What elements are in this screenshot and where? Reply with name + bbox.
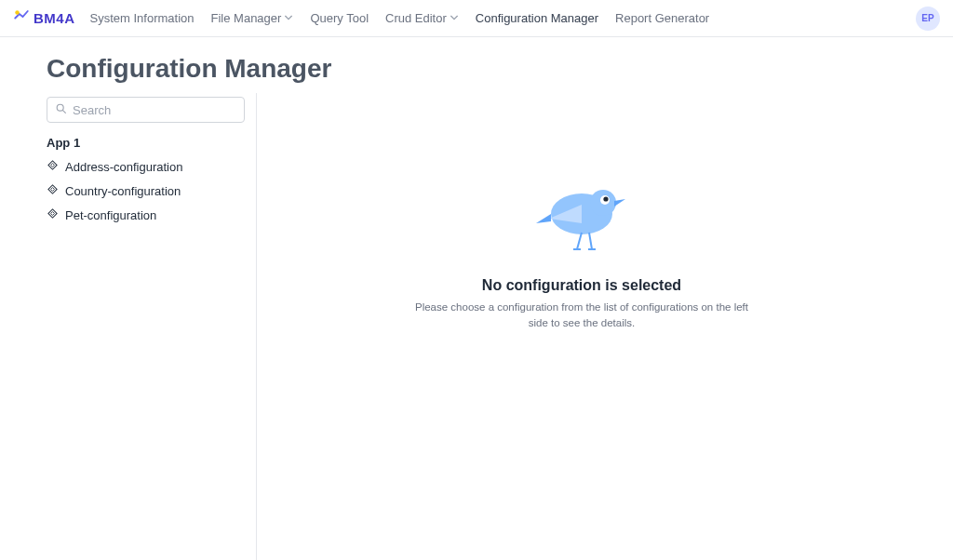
sidebar: App 1 Address-configuration: [47, 93, 257, 560]
nav-configuration-manager[interactable]: Configuration Manager: [476, 11, 598, 25]
user-initials: EP: [921, 13, 933, 23]
svg-rect-7: [48, 209, 57, 218]
search-icon: [55, 101, 67, 118]
nav-file-manager[interactable]: File Manager: [211, 11, 294, 25]
svg-point-0: [15, 10, 20, 15]
empty-state-title: No configuration is selected: [482, 277, 681, 294]
svg-rect-8: [51, 212, 55, 216]
svg-rect-4: [51, 164, 55, 167]
nav-query-tool[interactable]: Query Tool: [310, 11, 369, 25]
nav-items: System Information File Manager Query To…: [90, 11, 710, 25]
nav-item-label: Report Generator: [615, 11, 709, 25]
nav-item-label: Query Tool: [310, 11, 369, 25]
chevron-down-icon: [450, 11, 459, 25]
user-avatar[interactable]: EP: [916, 7, 940, 31]
svg-point-12: [603, 196, 608, 201]
nav-item-label: Crud Editor: [385, 11, 447, 25]
chevron-down-icon: [284, 11, 293, 25]
content: App 1 Address-configuration: [0, 93, 953, 560]
diamond-icon: [47, 207, 59, 222]
svg-rect-6: [51, 188, 55, 192]
brand-logo[interactable]: BM4A: [13, 8, 75, 29]
nav-item-label: System Information: [90, 11, 195, 25]
diamond-icon: [47, 159, 59, 174]
search-box[interactable]: [47, 97, 245, 123]
page-title: Configuration Manager: [47, 54, 906, 84]
nav-item-label: File Manager: [211, 11, 282, 25]
empty-state-subtitle: Please choose a configuration from the l…: [414, 300, 749, 332]
topbar: BM4A System Information File Manager Que…: [0, 0, 953, 37]
config-item-label: Address-configuration: [65, 160, 182, 174]
svg-line-13: [577, 233, 582, 249]
nav-crud-editor[interactable]: Crud Editor: [385, 11, 459, 25]
config-item-country[interactable]: Country-configuration: [47, 181, 245, 200]
main-pane: No configuration is selected Please choo…: [257, 93, 906, 560]
logo-icon: [13, 8, 30, 29]
brand-name: BM4A: [34, 10, 75, 26]
svg-line-14: [589, 233, 592, 249]
svg-rect-5: [48, 185, 57, 193]
nav-item-label: Configuration Manager: [476, 11, 598, 25]
config-item-address[interactable]: Address-configuration: [47, 157, 245, 176]
config-item-label: Pet-configuration: [65, 208, 156, 222]
config-item-label: Country-configuration: [65, 184, 181, 198]
nav-system-information[interactable]: System Information: [90, 11, 195, 25]
search-input[interactable]: [73, 103, 236, 117]
svg-line-2: [63, 111, 66, 113]
config-item-pet[interactable]: Pet-configuration: [47, 206, 245, 224]
config-list: Address-configuration Country-configurat…: [47, 157, 245, 224]
sidebar-group-label: App 1: [47, 136, 245, 150]
diamond-icon: [47, 183, 59, 198]
bird-icon: [530, 177, 633, 264]
svg-rect-3: [48, 161, 57, 169]
nav-report-generator[interactable]: Report Generator: [615, 11, 709, 25]
page-heading: Configuration Manager: [0, 37, 953, 93]
